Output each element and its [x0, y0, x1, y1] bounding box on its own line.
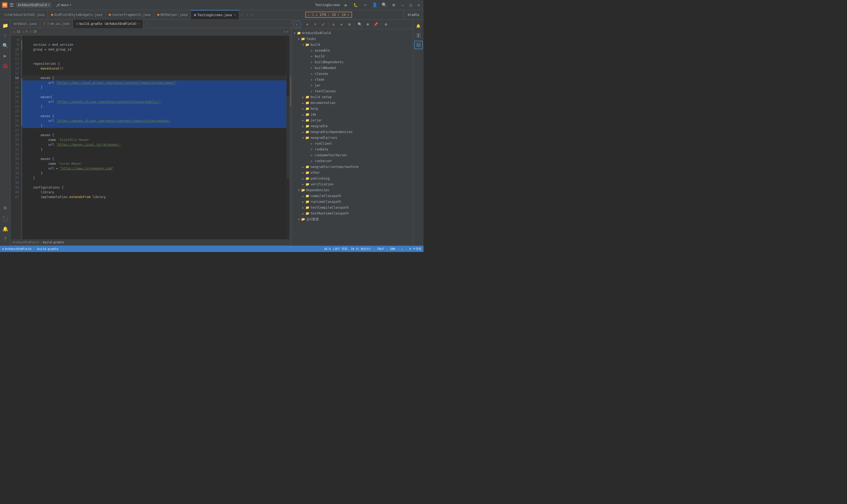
gradle-sync-button[interactable]: ↻: [294, 21, 300, 28]
tree-dependencies[interactable]: ▼ 📂 Dependencies: [291, 187, 413, 193]
debug-button[interactable]: 🐛: [352, 2, 359, 8]
help-icon[interactable]: ?: [1, 234, 10, 244]
tree-documentation[interactable]: ▶ 📁 documentation: [291, 100, 413, 106]
gradle-group-button[interactable]: ⊟: [346, 21, 353, 28]
editor-tab-arkdust[interactable]: Arkdust.java: [11, 20, 40, 28]
tree-neogradle-runtime[interactable]: ▶ 📁 neogradle/runtime/neoform: [291, 164, 413, 170]
gradle-columns-button[interactable]: ⊞: [364, 21, 371, 28]
tree-classes[interactable]: ⚙ classes: [291, 71, 413, 77]
run-icon[interactable]: ▶: [1, 51, 10, 60]
profile-button[interactable]: 👤: [371, 2, 378, 8]
tree-neogradle-deps[interactable]: ▶ 📁 neogradle/dependencies: [291, 129, 413, 135]
tree-buildDependents[interactable]: ⚙ buildDependents: [291, 59, 413, 65]
tree-run-config[interactable]: ▼ 📂 运行配置: [291, 216, 413, 222]
vcs-icon[interactable]: ⑂: [1, 31, 10, 40]
tree-build-folder[interactable]: ▼ 📂 build: [291, 42, 413, 48]
gradle-add-button[interactable]: +: [304, 21, 311, 28]
tree-publishing[interactable]: ▶ 📁 publishing: [291, 176, 413, 181]
maximize-button[interactable]: □: [408, 3, 413, 7]
plugins-icon[interactable]: ⊞: [1, 203, 10, 212]
tree-root[interactable]: ▼ 📁 ArkdustEndField: [291, 30, 413, 36]
tab-TestingScreen[interactable]: TestingScreen.java ✕: [191, 10, 239, 20]
gradle-search-button[interactable]: 🔍: [356, 21, 363, 28]
right-icon-database[interactable]: 🗄️: [414, 31, 423, 40]
find-icon[interactable]: 🔍: [1, 41, 10, 50]
breadcrumb-file[interactable]: build.gradle: [43, 241, 64, 244]
terminal-icon[interactable]: ⬛: [1, 214, 10, 223]
gradle-download-button[interactable]: ⬇: [312, 21, 319, 28]
tree-build-task[interactable]: ⚙ build: [291, 53, 413, 59]
tab-scroll-left[interactable]: ‹: [239, 13, 245, 17]
status-project[interactable]: ⚙ ArkdustEndField: [2, 247, 31, 251]
tree-other[interactable]: ▶ 📁 other: [291, 170, 413, 176]
gradle-settings-button[interactable]: ⚙: [382, 21, 390, 28]
tree-jar[interactable]: ⚙ jar: [291, 83, 413, 88]
mini-map-selection: [287, 96, 289, 178]
tab-CenterFragment2[interactable]: CenterFragment2.java: [106, 10, 154, 20]
more-button[interactable]: ⋯: [362, 2, 369, 8]
tree-runtimeClasspath[interactable]: ▶ 📁 runtimeClasspath: [291, 199, 413, 205]
tab-tctArkdustInfoUI[interactable]: tctArkdustInfoUI.java: [1, 10, 48, 20]
tree-runServer[interactable]: ⚙ runServer: [291, 158, 413, 164]
warning-expand-icon[interactable]: ∧: [284, 30, 286, 33]
project-icon[interactable]: 📁: [1, 21, 10, 30]
tree-assemble[interactable]: ⚙ assemble: [291, 48, 413, 53]
tab-MUIHelper[interactable]: MUIHelper.java: [154, 10, 191, 20]
code-content[interactable]: version = mod_version group = mod_group_…: [22, 35, 287, 239]
hamburger-menu[interactable]: ☰: [10, 2, 14, 8]
editor-tab-more[interactable]: ⋮: [143, 22, 151, 26]
tab-close-icon[interactable]: ✕: [234, 13, 236, 17]
editor-tab-build-gradle[interactable]: ⚙ build.gradle (ArkdustEndField) ✕: [73, 20, 143, 28]
tree-build-setup[interactable]: ▶ 📁 build setup: [291, 94, 413, 100]
run-button[interactable]: ▶: [343, 2, 350, 8]
tree-tasks[interactable]: ▼ 📂 Tasks: [291, 36, 413, 42]
scroll-thumb[interactable]: [290, 76, 291, 107]
dependencies-folder-icon: 📂: [301, 188, 305, 192]
code-editor[interactable]: 8 9 10 11 12 13 14 15 16 17 18 19 20 21 …: [11, 35, 291, 239]
branch-selector[interactable]: ⎇ main ▼: [53, 2, 73, 8]
tree-runGameTestServer[interactable]: ⚙ runGameTestServer: [291, 152, 413, 158]
right-icon-gradle[interactable]: [414, 41, 423, 49]
tree-neogradle[interactable]: ▶ 📁 neogradle: [291, 123, 413, 129]
tab-more[interactable]: ⋯: [249, 13, 255, 17]
tree-buildNeeded[interactable]: ⚙ buildNeeded: [291, 65, 413, 71]
title-bar: AE ☰ ArkdustEndField ▼ ⎇ main ▼ TestingS…: [0, 0, 424, 10]
gradle-pin-button[interactable]: 📌: [372, 21, 379, 28]
debug-icon[interactable]: 🐞: [1, 61, 10, 70]
gradle-cancel-button[interactable]: ✕: [338, 21, 345, 28]
tree-ide[interactable]: ▶ 📁 ide: [291, 112, 413, 118]
tab-scroll-right[interactable]: ›: [245, 13, 250, 17]
code-line-34: name 'Curse Maven': [22, 161, 287, 166]
vertical-scrollbar[interactable]: [289, 35, 291, 239]
tree-jarjar[interactable]: ▶ 📁 jarjar: [291, 118, 413, 123]
close-button[interactable]: ✕: [416, 3, 421, 7]
tree-testCompileClasspath[interactable]: ▶ 📁 testCompileClasspath: [291, 205, 413, 211]
testCompileClasspath-folder-icon: 📁: [305, 205, 309, 210]
notification-icon[interactable]: 🔔: [1, 224, 10, 233]
editor-tab-close-icon[interactable]: ✕: [138, 22, 140, 25]
settings-button[interactable]: ⚙: [391, 2, 397, 8]
tab-EndFieldStyleWidgets[interactable]: EndFieldStyleWidgets.java: [48, 10, 106, 20]
tree-testClasses[interactable]: ⚙ testClasses: [291, 88, 413, 94]
gradle-diamond-button[interactable]: ◇: [330, 21, 337, 28]
tree-neogradle-runs[interactable]: ▼ 📂 neogradle/runs: [291, 135, 413, 141]
tree-compileClasspath[interactable]: ▶ 📁 compileClasspath: [291, 193, 413, 199]
tree-testRuntimeClasspath[interactable]: ▶ 📁 testRuntimeClasspath: [291, 211, 413, 216]
warnings-expand[interactable]: ∧: [347, 13, 349, 17]
tree-clean[interactable]: ⚙ clean: [291, 77, 413, 83]
tree-verification[interactable]: ▶ 📁 verification: [291, 181, 413, 187]
gradle-panel-tab[interactable]: Gradle: [403, 10, 424, 20]
gradle-expand-button[interactable]: ⤢: [320, 21, 327, 28]
editor-tab-en-us[interactable]: { } en_us.json: [40, 20, 73, 28]
tree-help[interactable]: ▶ 📁 help: [291, 106, 413, 112]
help-arrow: ▶: [301, 106, 305, 112]
build-task-icon: ⚙: [309, 54, 314, 58]
search-button[interactable]: 🔍: [381, 2, 388, 8]
tree-runData[interactable]: ⚙ runData: [291, 146, 413, 152]
breadcrumb-project[interactable]: ArkdustEndField: [13, 241, 39, 244]
minimize-button[interactable]: —: [400, 3, 405, 7]
project-selector[interactable]: ArkdustEndField ▼: [16, 2, 51, 8]
right-icon-notifications[interactable]: 🔔: [414, 22, 423, 30]
warning-collapse-icon[interactable]: ∨: [287, 30, 289, 33]
tree-runClient[interactable]: ⚙ runClient: [291, 141, 413, 146]
